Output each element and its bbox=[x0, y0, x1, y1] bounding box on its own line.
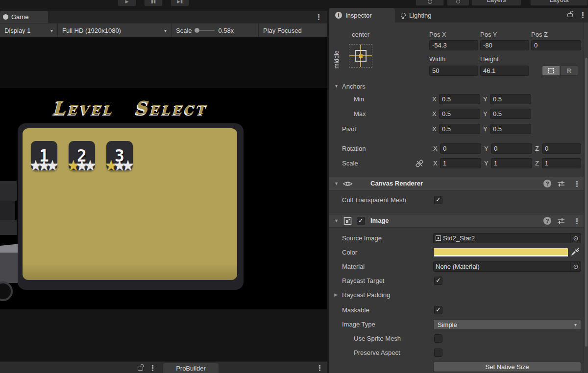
source-image-field[interactable]: Std2_Star2 ⊙ bbox=[433, 233, 581, 243]
resolution-label: Full HD (1920x1080) bbox=[62, 27, 121, 34]
scale-x-field[interactable]: 1 bbox=[440, 158, 481, 168]
axis-z-label: Z bbox=[535, 143, 539, 154]
tab-probuilder[interactable]: ProBuilder bbox=[163, 363, 219, 373]
inspector-kebab-icon[interactable]: ⋮ bbox=[579, 11, 587, 19]
bottom-tabbar: ⋮ ProBuilder ⋮ bbox=[0, 361, 327, 373]
axis-x-label: X bbox=[433, 158, 438, 168]
inspector-scrollbar[interactable] bbox=[584, 23, 588, 373]
preserve-aspect-checkbox[interactable] bbox=[434, 349, 442, 357]
maskable-label: Maskable bbox=[342, 305, 369, 315]
pos-y-field[interactable]: -80 bbox=[480, 40, 529, 50]
component-kebab-icon[interactable]: ⋮ bbox=[573, 217, 581, 225]
axis-y-label: Y bbox=[484, 158, 489, 168]
height-field[interactable]: 46.1 bbox=[480, 66, 529, 76]
unity-editor: ▶ ▮▮ ▶▮ Layers Layout Game ⋮ Display 1 ▾… bbox=[0, 0, 588, 373]
component-foldout-icon[interactable]: ▼ bbox=[334, 179, 339, 189]
eye-icon bbox=[343, 180, 353, 189]
play-focused-dropdown[interactable]: Play Focused bbox=[259, 23, 327, 37]
maskable-checkbox[interactable] bbox=[434, 306, 442, 314]
help-icon[interactable]: ? bbox=[543, 217, 551, 225]
source-image-label: Source Image bbox=[342, 233, 382, 243]
lightbulb-icon bbox=[401, 13, 406, 18]
anchor-max-y-field[interactable]: 0.5 bbox=[490, 109, 531, 119]
unlink-scale-icon[interactable] bbox=[416, 160, 423, 169]
anchor-preset-widget[interactable] bbox=[349, 44, 372, 68]
blueprint-mode-toggle[interactable] bbox=[542, 66, 560, 76]
help-icon[interactable]: ? bbox=[543, 180, 551, 187]
anchor-min-x-field[interactable]: 0.5 bbox=[439, 94, 480, 104]
unlock-icon[interactable] bbox=[138, 367, 143, 371]
image-header[interactable]: ▼ Image ? ⋮ bbox=[329, 214, 584, 228]
game-tabbar: Game ⋮ bbox=[0, 11, 327, 23]
component-kebab-icon[interactable]: ⋮ bbox=[573, 180, 581, 187]
tab-game[interactable]: Game bbox=[0, 11, 48, 23]
image-enabled-checkbox[interactable] bbox=[357, 217, 365, 225]
anchor-min-y-field[interactable]: 0.5 bbox=[490, 94, 531, 104]
display-dropdown[interactable]: Display 1 ▾ bbox=[0, 23, 58, 37]
rotation-y-field[interactable]: 0 bbox=[491, 143, 532, 154]
chevron-down-icon: ▾ bbox=[164, 28, 167, 33]
scale-slider[interactable] bbox=[196, 30, 215, 31]
level-1-stars bbox=[25, 159, 63, 173]
width-field[interactable]: 50 bbox=[429, 66, 478, 76]
anchors-max-label: Max bbox=[354, 109, 366, 119]
presets-icon[interactable] bbox=[557, 218, 565, 226]
image-title: Image bbox=[370, 214, 389, 227]
component-foldout-icon[interactable]: ▼ bbox=[334, 216, 339, 226]
inspector-tabbar: i Inspector Lighting ⋮ bbox=[329, 8, 588, 23]
cull-transparent-mesh-checkbox[interactable] bbox=[434, 196, 442, 204]
color-label: Color bbox=[342, 247, 357, 257]
eyedropper-icon[interactable] bbox=[570, 248, 579, 258]
cull-transparent-mesh-label: Cull Transparent Mesh bbox=[342, 195, 406, 205]
pos-z-label: Pos Z bbox=[531, 29, 548, 40]
game-menu-kebab-icon[interactable]: ⋮ bbox=[315, 13, 322, 21]
anchors-min-label: Min bbox=[354, 94, 364, 104]
inspector-lock-icon[interactable] bbox=[567, 13, 573, 17]
use-sprite-mesh-label: Use Sprite Mesh bbox=[354, 333, 401, 344]
canvas-renderer-header[interactable]: ▼ Canvas Renderer ? ⋮ bbox=[329, 177, 584, 190]
height-label: Height bbox=[480, 54, 499, 64]
star-icon bbox=[84, 159, 97, 173]
raycast-padding-foldout-icon[interactable]: ▶ bbox=[334, 290, 338, 300]
raw-edit-toggle[interactable]: R bbox=[560, 66, 578, 76]
raycast-padding-label: Raycast Padding bbox=[342, 290, 390, 300]
scale-section: Scale 0.58x bbox=[172, 23, 259, 37]
bottom-kebab-icon[interactable]: ⋮ bbox=[149, 364, 156, 372]
level-3-stars bbox=[101, 159, 138, 173]
tab-inspector[interactable]: i Inspector bbox=[329, 8, 395, 23]
object-picker-icon[interactable]: ⊙ bbox=[570, 233, 581, 243]
material-field[interactable]: None (Material) ⊙ bbox=[433, 261, 581, 272]
pivot-y-field[interactable]: 0.5 bbox=[490, 124, 531, 134]
anchor-max-x-field[interactable]: 0.5 bbox=[439, 109, 480, 119]
bottom-right-kebab-icon[interactable]: ⋮ bbox=[316, 364, 323, 372]
game-view-panel: Game ⋮ Display 1 ▾ Full HD (1920x1080) ▾… bbox=[0, 0, 327, 373]
tab-lighting[interactable]: Lighting bbox=[401, 8, 432, 23]
object-picker-icon[interactable]: ⊙ bbox=[570, 262, 581, 271]
preserve-aspect-label: Preserve Aspect bbox=[354, 348, 400, 358]
pos-x-field[interactable]: -54.3 bbox=[429, 40, 478, 50]
set-native-size-button[interactable]: Set Native Size bbox=[433, 362, 581, 372]
scale-y-field[interactable]: 1 bbox=[491, 158, 532, 168]
color-swatch[interactable] bbox=[433, 248, 568, 257]
resolution-dropdown[interactable]: Full HD (1920x1080) ▾ bbox=[58, 23, 172, 37]
presets-icon[interactable] bbox=[557, 181, 565, 188]
anchors-foldout-icon[interactable]: ▼ bbox=[334, 81, 339, 92]
play-focused-label: Play Focused bbox=[263, 27, 302, 34]
scrollbar-thumb[interactable] bbox=[585, 58, 588, 347]
inspector-panel: i Inspector Lighting ⋮ center middle Pos… bbox=[329, 0, 588, 373]
image-type-dropdown[interactable]: Simple ▾ bbox=[433, 319, 581, 330]
pivot-x-field[interactable]: 0.5 bbox=[439, 124, 480, 134]
scene-background bbox=[0, 37, 327, 88]
pos-z-field[interactable]: 0 bbox=[531, 40, 581, 50]
blueprint-icon bbox=[548, 68, 554, 73]
canvas-renderer-title: Canvas Renderer bbox=[370, 177, 423, 190]
axis-y-label: Y bbox=[483, 124, 488, 134]
display-label: Display 1 bbox=[4, 27, 30, 34]
scale-z-field[interactable]: 1 bbox=[542, 158, 581, 168]
rotation-z-field[interactable]: 0 bbox=[542, 143, 581, 154]
raycast-target-checkbox[interactable] bbox=[434, 277, 442, 285]
scale-slider-knob[interactable] bbox=[195, 28, 199, 33]
use-sprite-mesh-checkbox[interactable] bbox=[434, 334, 442, 343]
rotation-x-field[interactable]: 0 bbox=[440, 143, 481, 154]
probuilder-label: ProBuilder bbox=[176, 365, 206, 372]
